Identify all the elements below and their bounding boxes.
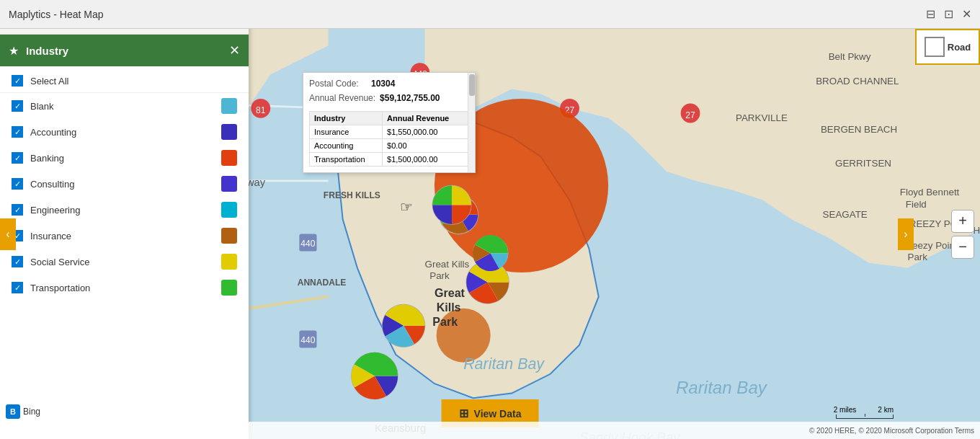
filter-color-4 [221,202,237,218]
svg-text:Great: Great [435,286,466,299]
filter-checkbox-4[interactable] [12,204,23,216]
zoom-controls: + − [951,210,974,259]
filter-item[interactable]: Accounting [0,119,249,145]
svg-text:GERRITSEN: GERRITSEN [835,158,891,169]
filter-color-2 [221,150,237,166]
tooltip-table: Industry Annual Revenue Insurance$1,550,… [309,111,469,167]
tooltip-row: Insurance$1,550,000.00 [310,125,469,139]
filter-color-7 [221,280,237,296]
copyright-text: © 2020 HERE, © 2020 Microsoft Corporatio… [809,427,974,435]
filter-item[interactable]: Insurance [0,223,249,249]
filter-label-4: Engineering [30,205,214,216]
scale-bar: 2 miles 2 km [834,406,894,419]
road-map-icon [925,37,945,57]
svg-text:Belt Pkwy: Belt Pkwy [829,51,871,62]
filter-checkbox-7[interactable] [12,282,23,293]
title-bar-controls: ⊟ ⊡ ✕ [926,7,971,21]
filter-item[interactable]: Consulting [0,171,249,197]
svg-text:Raritan Bay: Raritan Bay [463,355,545,373]
select-all-item[interactable]: Select All [0,69,249,93]
filter-color-5 [221,228,237,244]
filter-label-1: Accounting [30,127,214,138]
filter-label-5: Insurance [30,231,214,241]
close-button[interactable]: ✕ [962,7,971,21]
svg-text:HOLLAND: HOLLAND [974,226,980,236]
filter-item[interactable]: Blank [0,93,249,119]
tooltip-row: Accounting$0.00 [310,139,469,153]
filter-label-6: Social Service [30,257,214,267]
industry-close-button[interactable]: ✕ [229,43,240,58]
map-cursor: ☞ [400,198,414,213]
svg-text:BROAD CHANNEL: BROAD CHANNEL [816,76,899,87]
filter-checkbox-6[interactable] [12,256,23,267]
bing-icon: B [6,404,20,419]
svg-text:PARKVILLE: PARKVILLE [736,112,788,123]
svg-text:Park: Park [908,252,928,262]
filter-item[interactable]: Banking [0,145,249,171]
filter-label-7: Transportation [30,283,214,293]
svg-text:ANNADALE: ANNADALE [298,278,347,288]
filter-item[interactable]: Social Service [0,249,249,275]
svg-text:Park: Park [429,270,450,281]
nav-right-button[interactable]: › [898,218,914,250]
zoom-in-button[interactable]: + [951,210,974,233]
tooltip-col-revenue: Annual Revenue [383,112,469,125]
svg-text:81: 81 [256,105,266,115]
filter-checkbox-0[interactable] [12,100,23,112]
svg-text:Floyd Bennett: Floyd Bennett [900,187,960,198]
road-view-button[interactable]: Road [915,29,980,65]
postal-code-label: Postal Code: [309,79,367,89]
view-data-label: View Data [474,408,522,420]
svg-text:Great Kills: Great Kills [425,259,470,270]
annual-revenue-value: $59,102,755.00 [380,93,440,103]
filter-item[interactable]: Engineering [0,197,249,223]
filter-label-3: Consulting [30,179,214,190]
minimize-button[interactable]: ⊟ [926,7,935,21]
filter-list: Select All Blank Accounting Banking Cons… [0,66,249,303]
svg-text:FRESH KILLS: FRESH KILLS [324,190,380,200]
svg-text:BERGEN BEACH: BERGEN BEACH [821,124,897,135]
scale-km: 2 km [878,406,894,414]
bing-logo: B Bing [6,404,40,419]
filter-color-1 [221,124,237,140]
filter-checkbox-2[interactable] [12,152,23,164]
tooltip-row: Transportation$1,500,000.00 [310,153,469,167]
zoom-out-button[interactable]: − [951,236,974,259]
industry-label: Industry [26,45,222,57]
filter-color-0 [221,98,237,114]
svg-text:440: 440 [300,239,315,249]
scale-miles: 2 miles [834,406,857,414]
road-label: Road [948,42,971,53]
sidebar: 🔥 Heat Map ★ Industry ✕ Select All Blank… [0,0,249,439]
filter-color-6 [221,254,237,270]
filter-item[interactable]: Transportation [0,275,249,301]
app-title: Maplytics - Heat Map [9,9,103,20]
filter-label-0: Blank [30,101,214,112]
svg-text:27: 27 [685,110,695,120]
filter-checkbox-3[interactable] [12,178,23,190]
filter-label-2: Banking [30,153,214,164]
bing-text: Bing [23,407,40,417]
filter-checkbox-1[interactable] [12,126,23,138]
postal-code-value: 10304 [371,79,395,89]
industry-header: ★ Industry ✕ [0,35,249,66]
table-icon: ⊞ [459,407,468,420]
tooltip-col-industry: Industry [310,112,383,125]
tooltip: Postal Code: 10304 Annual Revenue: $59,1… [303,72,476,173]
restore-button[interactable]: ⊡ [944,7,953,21]
svg-text:SEAGATE: SEAGATE [823,209,868,220]
svg-text:Raritan Bay: Raritan Bay [676,378,768,397]
filter-color-3 [221,176,237,192]
copyright-bar: © 2020 HERE, © 2020 Microsoft Corporatio… [0,422,980,439]
collapse-sidebar-button[interactable]: ‹ [0,218,16,250]
svg-text:Kills: Kills [437,301,461,314]
svg-text:Field: Field [906,199,927,210]
star-icon: ★ [9,44,19,58]
select-all-checkbox[interactable] [12,75,23,87]
title-bar: Maplytics - Heat Map ⊟ ⊡ ✕ [0,0,980,29]
title-bar-left: Maplytics - Heat Map [9,9,103,20]
svg-text:Park: Park [432,315,458,328]
svg-text:440: 440 [300,335,315,345]
annual-revenue-label: Annual Revenue: [309,93,375,103]
select-all-label: Select All [30,76,237,87]
